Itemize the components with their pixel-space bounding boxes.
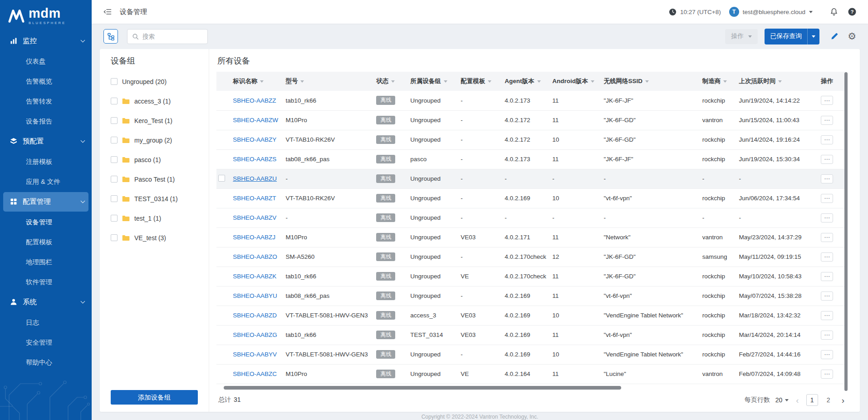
device-name-link[interactable]: SBHEO-AABZU <box>233 175 277 182</box>
device-name-link[interactable]: SBHEO-AABZC <box>233 371 277 377</box>
table-row[interactable]: SBHEO-AABZZtab10_rk66离线Ungrouped-4.0.2.1… <box>216 91 847 110</box>
search-input[interactable] <box>142 33 203 40</box>
sidebar-item-geofence[interactable]: 地理围栏 <box>0 252 92 272</box>
table-row[interactable]: SBHEO-AABZCM10Pro离线UngroupedVE4.0.2.1641… <box>216 364 847 384</box>
actions-dropdown-button[interactable]: 操作 <box>725 29 758 44</box>
device-name-link[interactable]: SBHEO-AABZV <box>233 214 276 221</box>
row-actions-button[interactable]: ⋯ <box>821 135 833 144</box>
sidebar-section-monitoring[interactable]: 监控 <box>0 31 92 51</box>
column-header-agent_version[interactable]: Agent版本 <box>502 72 549 91</box>
column-header-last_active[interactable]: 上次活跃时间 <box>736 72 818 91</box>
table-row[interactable]: SBHEO-AABZGtab10_rk66离线TEST_0314VE034.0.… <box>216 325 847 345</box>
row-actions-button[interactable]: ⋯ <box>821 233 833 242</box>
row-actions-button[interactable]: ⋯ <box>821 311 833 320</box>
table-row[interactable]: SBHEO-AABZTVT-TAB10-RK26V离线Ungrouped-4.0… <box>216 188 847 208</box>
row-actions-button[interactable]: ⋯ <box>821 350 833 359</box>
table-row[interactable]: SBHEO-AABZDVT-TABLET-5081-HWV-GEN3离线acce… <box>216 306 847 325</box>
row-actions-button[interactable]: ⋯ <box>821 174 833 183</box>
sidebar-item-security-management[interactable]: 安全管理 <box>0 332 92 352</box>
group-item-my-group[interactable]: my_group (2) <box>100 130 209 150</box>
vertical-scrollbar-thumb[interactable] <box>844 72 848 391</box>
device-name-link[interactable]: SBHEO-AABZO <box>233 253 277 260</box>
column-header-manufacturer[interactable]: 制造商 <box>700 72 736 91</box>
edit-pencil-icon[interactable] <box>830 32 839 40</box>
group-item-pasco-test[interactable]: Pasco Test (1) <box>100 169 209 189</box>
column-header-template[interactable]: 配置模板 <box>458 72 502 91</box>
group-checkbox[interactable] <box>111 156 118 163</box>
device-name-link[interactable]: SBHEO-AABZD <box>233 312 277 319</box>
add-device-group-button[interactable]: 添加设备组 <box>111 390 198 405</box>
sidebar-item-dashboard[interactable]: 仪表盘 <box>0 51 92 71</box>
sidebar-item-alert-forwarding[interactable]: 告警转发 <box>0 91 92 111</box>
table-row[interactable]: SBHEO-AABZOSM-A5260离线Ungrouped-4.0.2.170… <box>216 247 847 267</box>
device-name-link[interactable]: SBHEO-AABYV <box>233 351 277 358</box>
row-actions-button[interactable]: ⋯ <box>821 292 833 301</box>
row-actions-button[interactable]: ⋯ <box>821 272 833 281</box>
table-row[interactable]: SBHEO-AABZYVT-TAB10-RK26V离线Ungrouped-4.0… <box>216 130 847 149</box>
group-checkbox[interactable] <box>111 234 118 241</box>
device-name-link[interactable]: SBHEO-AABZW <box>233 117 278 124</box>
group-item-kero-test[interactable]: Kero_Test (1) <box>100 111 209 130</box>
group-item-ve-test[interactable]: VE_test (3) <box>100 228 209 247</box>
row-actions-button[interactable]: ⋯ <box>821 252 833 262</box>
row-actions-button[interactable]: ⋯ <box>821 116 833 125</box>
column-header-name[interactable]: 标识名称 <box>230 72 283 91</box>
group-item-test-0314[interactable]: TEST_0314 (1) <box>100 189 209 208</box>
sidebar-item-apps-files[interactable]: 应用 & 文件 <box>0 172 92 192</box>
device-name-link[interactable]: SBHEO-AABZS <box>233 156 276 163</box>
row-actions-button[interactable]: ⋯ <box>821 96 833 105</box>
previous-page-button[interactable]: ‹ <box>794 396 800 405</box>
group-checkbox[interactable] <box>111 215 118 222</box>
help-icon[interactable]: ? <box>848 8 856 16</box>
group-checkbox[interactable] <box>111 137 118 143</box>
group-item-test-1[interactable]: test_1 (1) <box>100 208 209 228</box>
next-page-button[interactable]: › <box>840 396 846 405</box>
row-actions-button[interactable]: ⋯ <box>821 370 833 379</box>
row-checkbox[interactable] <box>218 175 225 182</box>
sidebar-item-logs[interactable]: 日志 <box>0 312 92 332</box>
device-name-link[interactable]: SBHEO-AABZK <box>233 273 276 280</box>
tree-view-button[interactable] <box>103 29 118 44</box>
device-name-link[interactable]: SBHEO-AABZY <box>233 136 276 143</box>
sidebar-item-software-management[interactable]: 软件管理 <box>0 272 92 292</box>
column-header-group[interactable]: 所属设备组 <box>407 72 458 91</box>
table-row[interactable]: SBHEO-AABZKtab10_rk66离线UngroupedVE4.0.2.… <box>216 267 847 286</box>
group-item-access-3[interactable]: access_3 (1) <box>100 91 209 111</box>
table-row[interactable]: SBHEO-AABYUtab08_rk66_pas离线Ungrouped-4.0… <box>216 286 847 306</box>
group-checkbox[interactable] <box>111 98 118 104</box>
row-actions-button[interactable]: ⋯ <box>821 194 833 203</box>
device-name-link[interactable]: SBHEO-AABYU <box>233 292 277 299</box>
sidebar-section-provisioning[interactable]: 预配置 <box>0 131 92 152</box>
device-name-link[interactable]: SBHEO-AABZG <box>233 331 277 338</box>
group-item-ungrouped[interactable]: Ungrouped (20) <box>100 72 209 91</box>
sidebar-item-device-management[interactable]: 设备管理 <box>0 212 92 232</box>
notifications-bell-icon[interactable] <box>830 8 838 16</box>
table-row[interactable]: SBHEO-AABZU-离线Ungrouped------⋯ <box>216 169 847 188</box>
table-row[interactable]: SBHEO-AABZV-离线Ungrouped------⋯ <box>216 208 847 227</box>
device-name-link[interactable]: SBHEO-AABZJ <box>233 234 275 241</box>
group-checkbox[interactable] <box>111 78 118 85</box>
sidebar-item-device-report[interactable]: 设备报告 <box>0 111 92 131</box>
sidebar-item-help-center[interactable]: 帮助中心 <box>0 352 92 372</box>
column-header-android_version[interactable]: Android版本 <box>549 72 601 91</box>
device-name-link[interactable]: SBHEO-AABZT <box>233 195 276 202</box>
sidebar-item-alert-overview[interactable]: 告警概览 <box>0 71 92 91</box>
device-name-link[interactable]: SBHEO-AABZZ <box>233 97 276 104</box>
table-row[interactable]: SBHEO-AABZJM10Pro离线UngroupedVE034.0.2.17… <box>216 227 847 247</box>
table-row[interactable]: SBHEO-AABZWM10Pro离线Ungrouped-4.0.2.17211… <box>216 110 847 130</box>
saved-queries-button[interactable]: 已保存查询 <box>765 29 819 44</box>
sidebar-section-system[interactable]: 系统 <box>0 292 92 312</box>
row-actions-button[interactable]: ⋯ <box>821 213 833 222</box>
column-header-model[interactable]: 型号 <box>283 72 373 91</box>
sidebar-section-config-management[interactable]: 配置管理 <box>3 192 88 212</box>
row-actions-button[interactable]: ⋯ <box>821 331 833 340</box>
row-actions-button[interactable]: ⋯ <box>821 155 833 164</box>
sidebar-item-config-template[interactable]: 配置模板 <box>0 232 92 252</box>
group-checkbox[interactable] <box>111 195 118 202</box>
page-button-1[interactable]: 1 <box>806 394 818 406</box>
account-menu[interactable]: T test@bluesphere.cloud <box>729 7 813 17</box>
table-row[interactable]: SBHEO-AABZStab08_rk66_pas离线pasco-4.0.2.1… <box>216 149 847 169</box>
sidebar-item-enrollment-template[interactable]: 注册模板 <box>0 152 92 172</box>
horizontal-scrollbar-thumb[interactable] <box>224 386 621 390</box>
column-header-ssid[interactable]: 无线网络SSID <box>601 72 699 91</box>
